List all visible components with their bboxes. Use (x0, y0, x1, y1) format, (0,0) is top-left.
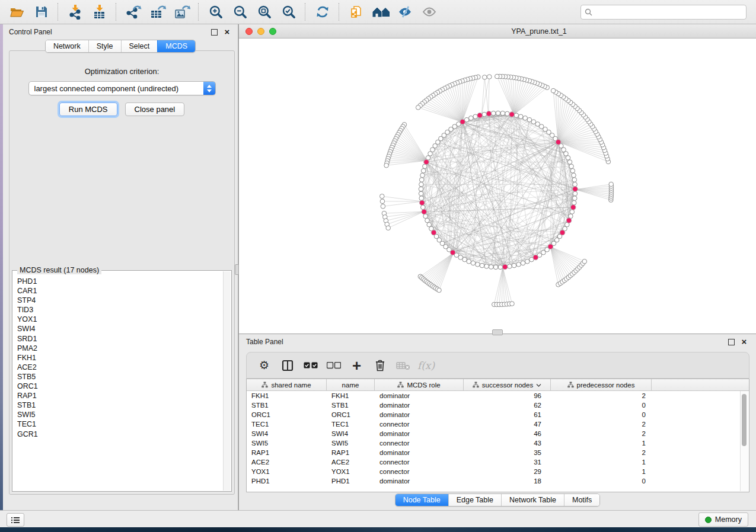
table-row[interactable]: YOX1 YOX1 connector 29 1 (247, 467, 749, 476)
table-header-row: shared name name MCDS role successor nod… (247, 379, 749, 391)
tab-edge-table[interactable]: Edge Table (448, 494, 501, 506)
table-row[interactable]: STB1 STB1 dominator 62 0 (247, 400, 749, 410)
control-panel-tabs: Network Style Select MCDS (3, 40, 238, 53)
list-icon (11, 517, 20, 523)
zoom-fit-icon[interactable] (252, 2, 276, 22)
mcds-result-item[interactable]: YOX1 (17, 315, 223, 324)
tab-select[interactable]: Select (121, 40, 158, 52)
horizontal-splitter-handle[interactable] (492, 329, 503, 335)
table-toolbar: ⚙ + f(x) (246, 352, 749, 379)
table-row[interactable]: ACE2 ACE2 connector 31 1 (247, 457, 749, 467)
delete-table-icon (391, 357, 414, 374)
node-table: shared name name MCDS role successor nod… (246, 379, 749, 492)
select-stepper-icon (203, 82, 215, 95)
table-row[interactable]: FKH1 FKH1 dominator 96 2 (247, 391, 749, 400)
mcds-result-item[interactable]: TID3 (17, 305, 223, 315)
column-header-successor-nodes[interactable]: successor nodes (464, 379, 551, 390)
mcds-result-item[interactable]: TEC1 (17, 419, 223, 429)
zoom-in-icon[interactable] (203, 2, 228, 22)
column-header-filler (652, 379, 749, 390)
mcds-result-item[interactable]: RAP1 (17, 391, 223, 400)
table-body: FKH1 FKH1 dominator 96 2 STB1 STB1 domin… (247, 391, 749, 486)
export-table-icon[interactable] (145, 2, 170, 22)
column-header-name[interactable]: name (327, 379, 375, 390)
memory-button[interactable]: Memory (698, 512, 748, 527)
table-row[interactable]: RAP1 RAP1 dominator 35 2 (247, 448, 749, 457)
tab-node-table[interactable]: Node Table (395, 494, 448, 506)
mcds-result-item[interactable]: CAR1 (17, 286, 223, 296)
tab-network-table[interactable]: Network Table (501, 494, 564, 506)
mcds-result-item[interactable]: FKH1 (17, 353, 223, 363)
zoom-selected-icon[interactable] (276, 2, 301, 22)
table-row[interactable]: SWI4 SWI4 dominator 46 2 (247, 429, 749, 438)
search-input[interactable] (595, 8, 742, 17)
show-graphics-details-icon[interactable] (417, 2, 441, 22)
clone-network-icon[interactable] (344, 2, 368, 22)
mcds-panel: Optimization criterion: largest connecte… (9, 50, 235, 495)
deselect-all-icon[interactable] (322, 357, 345, 374)
table-scrollbar-thumb[interactable] (742, 394, 747, 446)
table-scrollbar[interactable] (740, 391, 748, 491)
save-session-icon[interactable] (29, 2, 53, 22)
minimize-window-icon[interactable] (257, 28, 264, 35)
import-table-icon[interactable] (87, 2, 111, 22)
float-window-icon[interactable] (209, 27, 219, 37)
mcds-result-item[interactable]: PHD1 (17, 277, 223, 286)
home-icon[interactable] (368, 2, 393, 22)
tab-motifs[interactable]: Motifs (564, 494, 599, 506)
export-network-icon[interactable] (121, 2, 145, 22)
maximize-window-icon[interactable] (269, 28, 276, 35)
export-image-icon[interactable] (170, 2, 194, 22)
table-row[interactable]: PHD1 PHD1 dominator 18 0 (247, 476, 749, 486)
refresh-layout-icon[interactable] (310, 2, 334, 22)
toolbar-separator (198, 3, 199, 21)
import-network-icon[interactable] (63, 2, 87, 22)
column-header-mcds-role[interactable]: MCDS role (375, 379, 464, 390)
mcds-result-item[interactable]: PMA2 (17, 344, 223, 353)
add-column-icon[interactable]: + (345, 357, 368, 374)
network-window-titlebar[interactable]: YPA_prune.txt_1 (239, 24, 756, 39)
mcds-result-item[interactable]: SWI4 (17, 324, 223, 334)
column-header-shared-name[interactable]: shared name (247, 379, 327, 390)
close-panel-icon[interactable]: × (222, 27, 232, 37)
open-session-icon[interactable] (5, 2, 29, 22)
mcds-result-item[interactable]: SRD1 (17, 334, 223, 344)
optimization-criterion-select[interactable]: largest connected component (undirected) (28, 81, 216, 95)
mcds-result-item[interactable]: STP4 (17, 296, 223, 305)
hide-graphics-details-icon[interactable] (393, 2, 417, 22)
mcds-result-item[interactable]: ACE2 (17, 363, 223, 372)
delete-column-icon[interactable] (368, 357, 391, 374)
settings-icon[interactable]: ⚙ (253, 357, 276, 374)
table-row[interactable]: TEC1 TEC1 connector 47 2 (247, 419, 749, 429)
result-scrollbar[interactable] (223, 271, 231, 491)
column-header-predecessor-nodes[interactable]: predecessor nodes (551, 379, 652, 390)
network-column-icon (261, 382, 268, 388)
network-column-icon (473, 382, 479, 388)
tab-mcds[interactable]: MCDS (157, 40, 195, 52)
tab-network[interactable]: Network (46, 40, 88, 52)
table-row[interactable]: ORC1 ORC1 dominator 61 0 (247, 410, 749, 419)
mcds-result-item[interactable]: STB1 (17, 400, 223, 410)
column-layout-icon[interactable] (276, 357, 299, 374)
task-history-button[interactable] (7, 513, 24, 527)
float-table-panel-icon[interactable] (726, 337, 736, 347)
tab-style[interactable]: Style (88, 40, 121, 52)
select-all-icon[interactable] (299, 357, 322, 374)
mcds-result-list: PHD1 CAR1 STP4 TID3 YOX1 SWI4 SRD1 PMA2 (14, 277, 223, 490)
table-panel-titlebar: Table Panel × (239, 334, 756, 350)
network-canvas[interactable] (239, 39, 756, 334)
close-panel-button[interactable]: Close panel (125, 102, 185, 116)
close-window-icon[interactable] (245, 28, 253, 35)
table-row[interactable]: SWI5 SWI5 connector 43 1 (247, 438, 749, 448)
close-table-panel-icon[interactable]: × (739, 337, 749, 347)
mcds-result-item[interactable]: STB5 (17, 372, 223, 382)
toolbar-separator (339, 3, 340, 21)
zoom-out-icon[interactable] (228, 2, 252, 22)
optimization-criterion-label: Optimization criterion: (9, 67, 234, 76)
search-field[interactable] (580, 5, 747, 20)
mcds-result-item[interactable]: GCR1 (17, 430, 223, 439)
mcds-result-item[interactable]: ORC1 (17, 382, 223, 391)
mcds-result-item[interactable]: SWI5 (17, 410, 223, 419)
run-mcds-button[interactable]: Run MCDS (59, 102, 117, 116)
search-icon (585, 8, 592, 16)
